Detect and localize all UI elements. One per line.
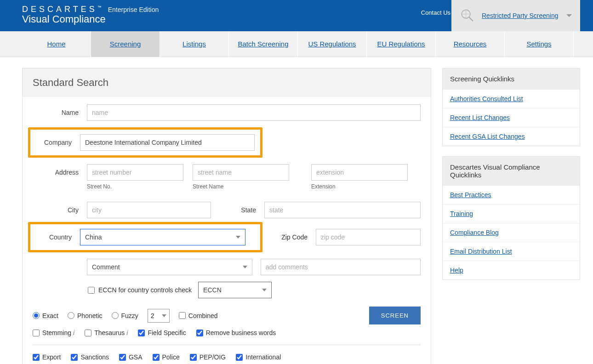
email-dist-link[interactable]: Email Distribution List [443, 242, 580, 261]
exact-radio-label[interactable]: Exact [33, 312, 58, 319]
state-label: State [219, 206, 256, 214]
phonetic-radio-label[interactable]: Phonetic [68, 312, 102, 319]
export-text: Export [42, 353, 61, 361]
nav-resources[interactable]: Resources [436, 31, 505, 57]
brand-product: Visual Compliance [22, 13, 159, 25]
training-link[interactable]: Training [443, 204, 580, 223]
thesaurus-checkbox[interactable] [85, 330, 91, 336]
comment-input[interactable] [261, 259, 421, 275]
removebiz-label[interactable]: Remove business words [196, 329, 276, 336]
rps-dropdown[interactable]: Restricted Party Screening [451, 0, 580, 31]
fieldspecific-text: Field Specific [148, 329, 186, 336]
brand-edition: Enterprise Edition [108, 6, 159, 13]
fuzzy-radio-label[interactable]: Fuzzy [112, 312, 138, 319]
gsa-checkbox[interactable] [119, 354, 126, 361]
contact-link[interactable]: Contact Us [421, 9, 450, 16]
eccn-select[interactable]: ECCN [198, 282, 272, 298]
state-input[interactable] [264, 202, 421, 218]
fuzzy-radio[interactable] [112, 312, 119, 319]
sanctions-checkbox[interactable] [71, 354, 78, 361]
phonetic-radio[interactable] [68, 312, 74, 319]
export-label[interactable]: Export [33, 353, 61, 361]
dvc-quicklinks-box: Descartes Visual Compliance Quicklinks B… [442, 156, 580, 280]
thesaurus-text: Thesaurus [94, 329, 125, 336]
street-no-input[interactable] [87, 164, 183, 181]
comment-type-value: Comment [92, 263, 120, 271]
authorities-link[interactable]: Authorities Consulted List [443, 89, 580, 108]
panel-title: Standard Search [23, 68, 431, 97]
city-input[interactable] [87, 202, 211, 218]
exact-text: Exact [42, 312, 58, 319]
eccn-check-text: ECCN for country controls check [98, 286, 192, 294]
fuzzy-level-select[interactable]: 2 [148, 309, 170, 323]
exact-radio[interactable] [33, 312, 40, 319]
brand-tm: ™ [97, 5, 102, 10]
street-name-input[interactable] [193, 164, 289, 181]
pep-label[interactable]: PEP/OIG [190, 353, 226, 361]
removebiz-checkbox[interactable] [196, 330, 203, 336]
nav-screening[interactable]: Screening [91, 31, 160, 57]
company-input[interactable] [80, 134, 255, 151]
fuzzy-text: Fuzzy [121, 312, 138, 319]
nav-home[interactable]: Home [22, 31, 91, 57]
city-label: City [33, 206, 79, 214]
chevron-down-icon [566, 14, 572, 17]
recent-changes-link[interactable]: Recent List Changes [443, 108, 580, 127]
pep-checkbox[interactable] [190, 354, 197, 361]
intl-label[interactable]: International [236, 353, 281, 361]
screening-quicklinks-box: Screening Quicklinks Authorities Consult… [442, 68, 580, 146]
comment-type-select[interactable]: Comment [87, 259, 252, 275]
svg-line-1 [469, 17, 473, 21]
company-highlight: Company [28, 127, 262, 158]
police-checkbox[interactable] [153, 354, 160, 361]
screening-quicklinks-title: Screening Quicklinks [443, 68, 580, 89]
stemming-text: Stemming [42, 329, 71, 336]
sanctions-label[interactable]: Sanctions [71, 353, 108, 361]
thesaurus-label[interactable]: Thesaurusi [85, 329, 128, 336]
comment-spacer [33, 263, 79, 271]
help-link[interactable]: Help [443, 261, 580, 279]
nav-batch[interactable]: Batch Screening [229, 31, 298, 57]
nav-listings[interactable]: Listings [160, 31, 229, 57]
extension-sublabel: Extension [311, 183, 408, 190]
country-label: Country [30, 233, 72, 241]
nav-settings[interactable]: Settings [505, 31, 574, 57]
nav-usreg[interactable]: US Regulations [298, 31, 367, 57]
eccn-check-label[interactable]: ECCN for country controls check [88, 286, 192, 294]
brand-block: DESCARTES™ Enterprise Edition Visual Com… [22, 5, 159, 25]
intl-text: International [245, 353, 281, 361]
name-input[interactable] [87, 104, 421, 121]
name-label: Name [33, 109, 79, 116]
address-label: Address [33, 169, 79, 176]
fieldspecific-label[interactable]: Field Specific [138, 329, 186, 336]
compliance-blog-link[interactable]: Compliance Blog [443, 223, 580, 242]
phonetic-text: Phonetic [77, 312, 102, 319]
street-name-sublabel: Street Name [193, 183, 289, 190]
fuzzy-n-value: 2 [151, 312, 154, 319]
chevron-down-icon [162, 314, 166, 317]
recent-gsa-link[interactable]: Recent GSA List Changes [443, 127, 580, 146]
country-select[interactable]: China [80, 229, 245, 245]
eccn-checkbox[interactable] [88, 287, 95, 294]
fieldspecific-checkbox[interactable] [138, 330, 145, 336]
intl-checkbox[interactable] [236, 354, 243, 361]
chevron-down-icon [262, 289, 267, 291]
sidebar: Screening Quicklinks Authorities Consult… [442, 68, 580, 280]
stemming-label[interactable]: Stemmingi [33, 329, 74, 336]
search-panel: Standard Search Name Company Address Str… [22, 68, 431, 364]
rps-link[interactable]: Restricted Party Screening [482, 12, 559, 19]
brand-name: DESCARTES™ [22, 5, 102, 14]
best-practices-link[interactable]: Best Practices [443, 185, 580, 204]
screen-button[interactable]: SCREEN [369, 307, 421, 324]
police-label[interactable]: Police [153, 353, 180, 361]
extension-input[interactable] [311, 164, 408, 181]
gsa-label[interactable]: GSA [119, 353, 143, 361]
stemming-checkbox[interactable] [33, 330, 40, 336]
zip-input[interactable] [316, 229, 421, 245]
export-checkbox[interactable] [33, 354, 40, 361]
nav-eureg[interactable]: EU Regulations [367, 31, 436, 57]
chevron-down-icon [243, 266, 247, 268]
combined-check-label[interactable]: Combined [179, 312, 218, 319]
combined-checkbox[interactable] [179, 312, 186, 319]
gsa-text: GSA [129, 353, 143, 361]
